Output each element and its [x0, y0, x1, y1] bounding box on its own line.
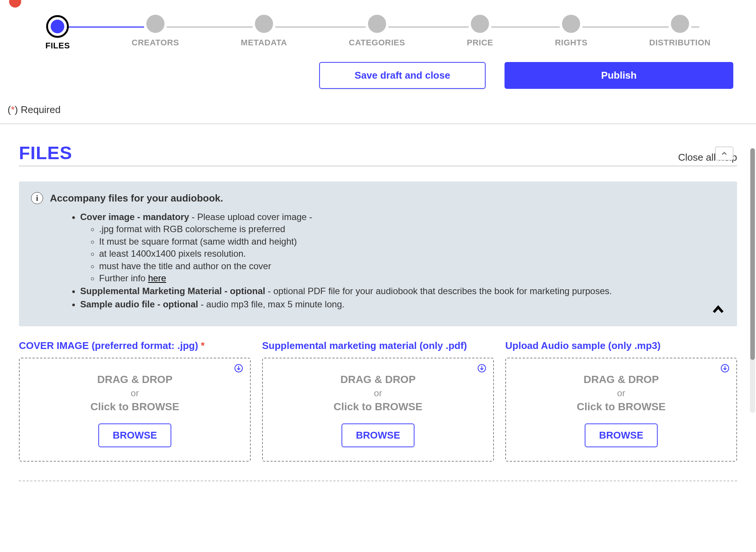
- scroll-top-button[interactable]: [715, 147, 733, 160]
- required-text: ) Required: [15, 104, 61, 115]
- step-label: CATEGORIES: [349, 38, 405, 48]
- step-circle: [368, 15, 386, 33]
- step-circle: [146, 15, 165, 33]
- step-metadata[interactable]: METADATA: [241, 15, 287, 48]
- action-bar: Save draft and close Publish: [8, 62, 733, 89]
- browse-button[interactable]: BROWSE: [585, 423, 658, 447]
- dropzone-click-text: Click to BROWSE: [27, 401, 242, 413]
- info-item-cover: Cover image - mandatory - Please upload …: [80, 211, 725, 284]
- info-cover-bold: Cover image - mandatory: [80, 212, 189, 222]
- info-sample-bold: Sample audio file - optional: [80, 299, 198, 309]
- info-supp-rest: - optional PDF file for your audiobook t…: [265, 286, 612, 296]
- window-close-dot[interactable]: [9, 0, 21, 8]
- dropzone-or-text: or: [514, 388, 729, 398]
- scrollbar[interactable]: [750, 148, 755, 413]
- dropzone-or-text: or: [27, 388, 242, 398]
- download-icon: [720, 364, 730, 374]
- browse-button[interactable]: BROWSE: [342, 423, 414, 447]
- info-cover-rest: - Please upload cover image -: [189, 212, 312, 222]
- dropzone-cover[interactable]: DRAG & DROP or Click to BROWSE BROWSE: [19, 358, 251, 462]
- step-circle: [562, 15, 580, 33]
- dropzone-click-text: Click to BROWSE: [270, 401, 486, 413]
- upload-label-text: Supplemental marketing material (only .p…: [262, 340, 467, 351]
- step-distribution[interactable]: DISTRIBUTION: [649, 15, 711, 48]
- upload-label-audio: Upload Audio sample (only .mp3): [505, 340, 737, 352]
- step-circle: [255, 15, 273, 33]
- step-label: METADATA: [241, 38, 287, 48]
- download-icon: [477, 364, 486, 374]
- header-divider: [0, 123, 756, 124]
- dropzone-drag-text: DRAG & DROP: [514, 374, 729, 386]
- upload-label-text: Upload Audio sample (only .mp3): [505, 340, 661, 351]
- upload-label-cover: COVER IMAGE (preferred format: .jpg) *: [19, 340, 251, 352]
- chevron-up-icon: [720, 149, 728, 158]
- step-rights[interactable]: RIGHTS: [555, 15, 587, 48]
- upload-col-cover: COVER IMAGE (preferred format: .jpg) * D…: [19, 340, 251, 462]
- step-categories[interactable]: CATEGORIES: [349, 15, 405, 48]
- step-label: PRICE: [467, 38, 493, 48]
- info-cover-detail: It must be square format (same width and…: [99, 236, 725, 248]
- required-star: *: [201, 340, 205, 351]
- step-price[interactable]: PRICE: [467, 15, 493, 48]
- collapse-info-button[interactable]: [711, 302, 726, 319]
- publish-button[interactable]: Publish: [505, 62, 733, 89]
- info-title: Accompany files for your audiobook.: [50, 192, 223, 204]
- required-star: *: [11, 104, 15, 115]
- step-label: RIGHTS: [555, 38, 587, 48]
- info-cover-further: Further info here: [99, 272, 725, 284]
- info-cover-detail: .jpg format with RGB colorscheme is pref…: [99, 223, 725, 235]
- scrollbar-thumb[interactable]: [750, 148, 755, 360]
- info-cover-detail: at least 1400x1400 pixels resolution.: [99, 248, 725, 260]
- step-files[interactable]: FILES: [45, 15, 70, 51]
- info-item-sample: Sample audio file - optional - audio mp3…: [80, 298, 725, 310]
- download-icon: [234, 364, 243, 374]
- dropzone-audio[interactable]: DRAG & DROP or Click to BROWSE BROWSE: [505, 358, 737, 462]
- step-label: FILES: [45, 41, 70, 51]
- upload-label-supplemental: Supplemental marketing material (only .p…: [262, 340, 494, 352]
- save-draft-button[interactable]: Save draft and close: [319, 62, 486, 89]
- further-info-link[interactable]: here: [148, 273, 166, 283]
- section-title: FILES: [19, 143, 72, 163]
- step-creators[interactable]: CREATORS: [132, 15, 179, 48]
- browse-button[interactable]: BROWSE: [98, 423, 171, 447]
- dropzone-drag-text: DRAG & DROP: [270, 374, 486, 386]
- dropzone-click-text: Click to BROWSE: [514, 401, 729, 413]
- upload-row: COVER IMAGE (preferred format: .jpg) * D…: [19, 340, 737, 462]
- step-circle-active: [46, 15, 69, 38]
- dropzone-drag-text: DRAG & DROP: [27, 374, 242, 386]
- paren-open: (: [8, 104, 11, 115]
- step-label: CREATORS: [132, 38, 179, 48]
- info-box: i Accompany files for your audiobook. Co…: [19, 181, 737, 326]
- info-sample-rest: - audio mp3 file, max 5 minute long.: [198, 299, 345, 309]
- info-supp-bold: Supplemental Marketing Material - option…: [80, 286, 265, 296]
- further-prefix: Further info: [99, 273, 148, 283]
- step-label: DISTRIBUTION: [649, 38, 711, 48]
- step-circle: [471, 15, 489, 33]
- section-header: FILES Close all help: [19, 143, 737, 166]
- info-cover-detail: must have the title and author on the co…: [99, 260, 725, 272]
- dropzone-supplemental[interactable]: DRAG & DROP or Click to BROWSE BROWSE: [262, 358, 494, 462]
- required-note: (*) Required: [8, 104, 741, 116]
- chevron-up-icon: [711, 302, 726, 317]
- step-circle: [671, 15, 689, 33]
- info-icon: i: [31, 192, 43, 204]
- upload-col-audio-sample: Upload Audio sample (only .mp3) DRAG & D…: [505, 340, 737, 462]
- info-item-supplemental: Supplemental Marketing Material - option…: [80, 285, 725, 297]
- upload-col-supplemental: Supplemental marketing material (only .p…: [262, 340, 494, 462]
- dropzone-or-text: or: [270, 388, 486, 398]
- upload-label-text: COVER IMAGE (preferred format: .jpg): [19, 340, 198, 351]
- section-divider: [19, 481, 737, 481]
- stepper: FILES CREATORS METADATA CATEGORIES PRICE…: [45, 15, 711, 51]
